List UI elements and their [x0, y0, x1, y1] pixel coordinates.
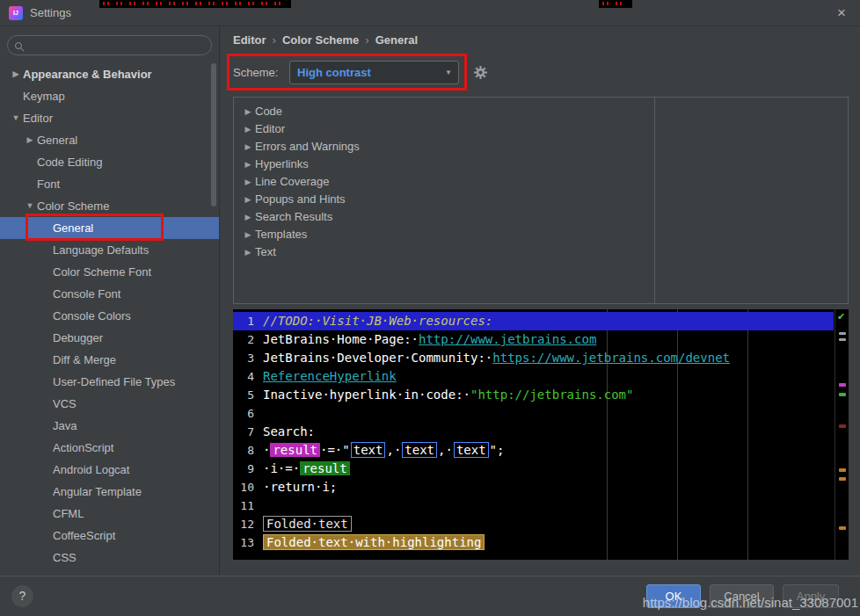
- option-group-line-coverage[interactable]: ▶Line Coverage: [234, 173, 654, 191]
- sidebar-item-label: Diff & Merge: [53, 349, 116, 371]
- sidebar-item-editor[interactable]: ▼Editor: [0, 107, 219, 129]
- chevron-right-icon[interactable]: ▶: [241, 208, 255, 226]
- chevron-right-icon[interactable]: ▶: [241, 191, 255, 208]
- sidebar-item-label: Color Scheme: [37, 195, 109, 217]
- option-group-label: Search Results: [255, 208, 332, 226]
- breadcrumb-general[interactable]: General: [375, 33, 418, 47]
- code-line: 3JetBrains·Developer·Community:·https://…: [233, 349, 834, 367]
- stripe-mark: [839, 383, 846, 387]
- sidebar-item-css[interactable]: CSS: [0, 547, 219, 569]
- sidebar-item-console-colors[interactable]: Console Colors: [0, 305, 219, 327]
- breadcrumb-editor[interactable]: Editor: [233, 33, 266, 47]
- stripe-mark: [839, 424, 846, 428]
- line-number: 2: [233, 330, 254, 349]
- chevron-down-icon[interactable]: ▼: [445, 69, 452, 76]
- sidebar-item-angular-template[interactable]: Angular Template: [0, 481, 219, 503]
- sidebar-item-actionscript[interactable]: ActionScript: [0, 437, 219, 459]
- color-options-panel: ▶Code ▶Editor ▶Errors and Warnings ▶Hype…: [233, 97, 849, 304]
- option-group-label: Line Coverage: [255, 173, 330, 191]
- sidebar-item-color-scheme-general[interactable]: General: [0, 217, 219, 239]
- sidebar-item-console-font[interactable]: Console Font: [0, 283, 219, 305]
- option-group-popups-hints[interactable]: ▶Popups and Hints: [234, 191, 654, 208]
- code-line: 2JetBrains·Home·Page:·http://www.jetbrai…: [233, 330, 834, 349]
- option-group-label: Text: [255, 243, 276, 261]
- sidebar-item-debugger[interactable]: Debugger: [0, 327, 219, 349]
- breadcrumb-separator: ›: [365, 33, 368, 47]
- sidebar-scrollbar[interactable]: [211, 63, 216, 207]
- breadcrumb-color-scheme[interactable]: Color Scheme: [282, 33, 359, 47]
- hyperlink-text: https://www.jetbrains.com/devnet: [492, 351, 730, 365]
- settings-sidebar: ▶Appearance & Behavior Keymap ▼Editor ▶G…: [0, 26, 220, 576]
- hyperlink-text: ReferenceHyperlink: [263, 369, 397, 383]
- search-input[interactable]: [28, 39, 204, 52]
- sidebar-item-android-logcat[interactable]: Android Logcat: [0, 459, 219, 481]
- breadcrumb-separator: ›: [273, 33, 276, 47]
- code-text: ·=·": [320, 443, 350, 457]
- help-button[interactable]: ?: [11, 585, 33, 607]
- sidebar-item-color-scheme[interactable]: ▼Color Scheme: [0, 195, 219, 217]
- option-group-errors-warnings[interactable]: ▶Errors and Warnings: [234, 138, 654, 156]
- sidebar-item-label: Console Font: [53, 283, 120, 305]
- line-number: 9: [233, 460, 254, 478]
- csdn-watermark: https://blog.csdn.net/sinat_33087001: [643, 595, 858, 610]
- chevron-right-icon[interactable]: ▶: [9, 63, 23, 85]
- chevron-right-icon[interactable]: ▶: [23, 129, 37, 151]
- code-text: ";: [490, 443, 505, 457]
- chevron-down-icon[interactable]: ▼: [9, 107, 23, 129]
- sidebar-item-label: VCS: [53, 393, 77, 415]
- sidebar-item-vcs[interactable]: VCS: [0, 393, 219, 415]
- code-line: 11: [233, 496, 834, 515]
- option-group-text[interactable]: ▶Text: [234, 243, 654, 261]
- code-line: 10·return·i;: [233, 478, 834, 496]
- option-group-editor[interactable]: ▶Editor: [234, 120, 654, 138]
- line-number: 10: [233, 478, 254, 496]
- line-number: 4: [233, 367, 254, 386]
- code-text: JetBrains·Developer·Community:·: [263, 351, 492, 365]
- sidebar-item-appearance-behavior[interactable]: ▶Appearance & Behavior: [0, 63, 219, 85]
- stripe-mark: [839, 393, 846, 396]
- line-number: 5: [233, 386, 254, 404]
- option-group-search-results[interactable]: ▶Search Results: [234, 208, 654, 226]
- settings-search-box[interactable]: [7, 35, 212, 55]
- chevron-right-icon[interactable]: ▶: [241, 173, 255, 191]
- sidebar-item-diff-merge[interactable]: Diff & Merge: [0, 349, 219, 371]
- close-icon[interactable]: ×: [837, 4, 851, 22]
- code-line: 7Search:: [233, 423, 834, 441]
- sidebar-item-font[interactable]: Font: [0, 173, 219, 195]
- sidebar-item-label: Appearance & Behavior: [23, 63, 152, 85]
- chevron-down-icon[interactable]: ▼: [23, 195, 37, 217]
- option-group-templates[interactable]: ▶Templates: [234, 226, 654, 243]
- option-group-hyperlinks[interactable]: ▶Hyperlinks: [234, 156, 654, 173]
- sidebar-item-editor-general[interactable]: ▶General: [0, 129, 219, 151]
- search-result-text: text: [351, 442, 386, 458]
- chevron-right-icon[interactable]: ▶: [241, 226, 255, 243]
- line-number: 12: [233, 515, 254, 533]
- string-text: "http://jetbrains.com": [470, 388, 633, 402]
- sidebar-item-code-editing[interactable]: Code Editing: [0, 151, 219, 173]
- chevron-right-icon[interactable]: ▶: [241, 156, 255, 173]
- chevron-right-icon[interactable]: ▶: [241, 138, 255, 156]
- code-line: 6: [233, 404, 834, 423]
- chevron-right-icon[interactable]: ▶: [241, 243, 255, 261]
- code-preview[interactable]: 1//TODO:·Visit·JB·Web·resources: 2JetBra…: [233, 309, 849, 560]
- stripe-mark: [839, 332, 846, 335]
- sidebar-item-keymap[interactable]: Keymap: [0, 85, 219, 107]
- chevron-right-icon[interactable]: ▶: [241, 120, 255, 138]
- sidebar-item-color-scheme-font[interactable]: Color Scheme Font: [0, 261, 219, 283]
- gear-icon[interactable]: [473, 65, 488, 80]
- sidebar-item-java[interactable]: Java: [0, 415, 219, 437]
- sidebar-item-label: Debugger: [53, 327, 103, 349]
- option-group-code[interactable]: ▶Code: [234, 103, 654, 120]
- scheme-select[interactable]: High contrast ▼: [289, 61, 459, 84]
- code-lines: 1//TODO:·Visit·JB·Web·resources: 2JetBra…: [233, 312, 834, 552]
- error-stripe-scrollbar[interactable]: ✔: [834, 309, 849, 560]
- sidebar-item-user-defined-file-types[interactable]: User-Defined File Types: [0, 371, 219, 393]
- sidebar-item-cfml[interactable]: CFML: [0, 503, 219, 525]
- sidebar-item-label: Editor: [23, 107, 53, 129]
- line-number: 6: [233, 404, 254, 423]
- sidebar-item-language-defaults[interactable]: Language Defaults: [0, 239, 219, 261]
- chevron-right-icon[interactable]: ▶: [241, 103, 255, 120]
- hyperlink-text: http://www.jetbrains.com: [419, 332, 596, 346]
- sidebar-item-coffeescript[interactable]: CoffeeScript: [0, 525, 219, 547]
- code-line: 13Folded·text·with·highlighting: [233, 533, 834, 552]
